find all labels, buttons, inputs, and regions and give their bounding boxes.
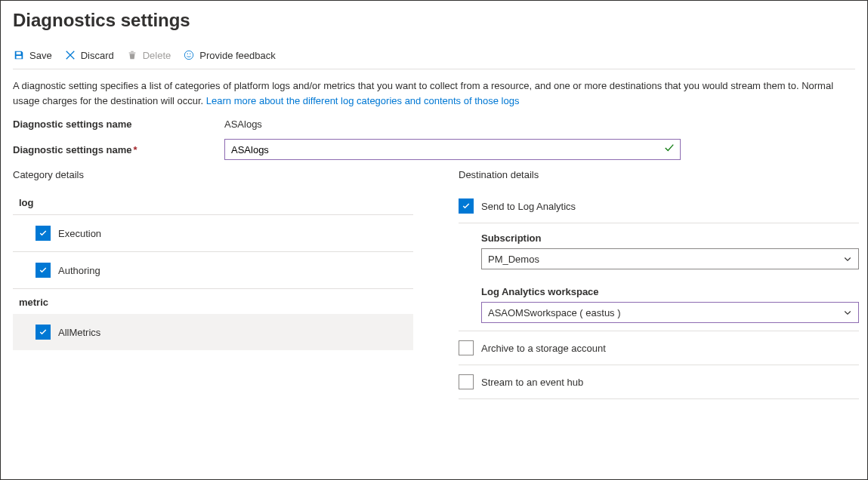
diag-name-readonly-value: ASAlogs [224, 118, 262, 130]
svg-point-1 [187, 54, 188, 54]
toolbar: Save Discard Delete Provide feedback [13, 49, 855, 69]
archive-storage-label: Archive to a storage account [481, 343, 606, 354]
save-label: Save [29, 50, 52, 61]
workspace-select[interactable]: ASAOMSworkspace ( eastus ) [481, 302, 859, 323]
page-title: Diagnostics settings [13, 10, 855, 31]
subscription-field: Subscription PM_Demos [459, 223, 859, 277]
category-details-col: Category details log Execution Authoring… [13, 169, 436, 399]
feedback-label: Provide feedback [199, 50, 275, 61]
send-log-analytics-checkbox[interactable] [459, 198, 474, 214]
metric-allmetrics-row: AllMetrics [13, 314, 413, 350]
chevron-down-icon [843, 308, 852, 317]
valid-check-icon [664, 143, 675, 155]
allmetrics-checkbox[interactable] [36, 325, 51, 340]
diag-name-label: Diagnostic settings name* [13, 144, 224, 155]
save-button[interactable]: Save [13, 49, 52, 61]
category-details-header: Category details [13, 169, 436, 180]
execution-label: Execution [58, 228, 101, 239]
authoring-label: Authoring [58, 265, 100, 276]
delete-label: Delete [143, 50, 171, 61]
trash-icon [126, 49, 138, 61]
stream-eventhub-checkbox[interactable] [459, 374, 474, 389]
discard-button[interactable]: Discard [64, 49, 114, 61]
svg-point-0 [185, 51, 193, 59]
destination-details-header: Destination details [459, 169, 868, 180]
stream-eventhub-label: Stream to an event hub [481, 377, 583, 388]
learn-more-link[interactable]: Learn more about the different log categ… [206, 95, 520, 106]
workspace-label: Log Analytics workspace [481, 286, 859, 297]
metric-group-header: metric [13, 289, 413, 314]
smiley-icon [183, 49, 195, 61]
subscription-value: PM_Demos [488, 254, 539, 265]
log-group-header: log [13, 189, 413, 215]
log-execution-row: Execution [13, 215, 413, 252]
stream-eventhub-row: Stream to an event hub [459, 365, 859, 399]
subscription-label: Subscription [481, 232, 859, 244]
save-icon [13, 49, 25, 61]
close-icon [64, 49, 76, 61]
required-asterisk: * [133, 144, 137, 155]
archive-storage-checkbox[interactable] [459, 340, 474, 355]
log-authoring-row: Authoring [13, 252, 413, 289]
discard-label: Discard [81, 50, 114, 61]
delete-button: Delete [126, 49, 171, 61]
svg-point-2 [190, 54, 190, 54]
send-log-analytics-label: Send to Log Analytics [481, 201, 576, 212]
description-text: A diagnostic setting specifies a list of… [13, 78, 855, 108]
subscription-select[interactable]: PM_Demos [481, 248, 859, 269]
feedback-button[interactable]: Provide feedback [183, 49, 275, 61]
diag-name-input[interactable] [224, 139, 681, 160]
execution-checkbox[interactable] [36, 226, 51, 241]
authoring-checkbox[interactable] [36, 263, 51, 278]
destination-details-col: Destination details Send to Log Analytic… [459, 169, 868, 399]
diag-name-readonly-label: Diagnostic settings name [13, 118, 224, 130]
workspace-value: ASAOMSworkspace ( eastus ) [488, 307, 621, 318]
archive-storage-row: Archive to a storage account [459, 331, 859, 365]
send-log-analytics-row: Send to Log Analytics [459, 189, 859, 223]
workspace-field: Log Analytics workspace ASAOMSworkspace … [459, 277, 859, 331]
allmetrics-label: AllMetrics [58, 327, 100, 338]
chevron-down-icon [843, 254, 852, 263]
